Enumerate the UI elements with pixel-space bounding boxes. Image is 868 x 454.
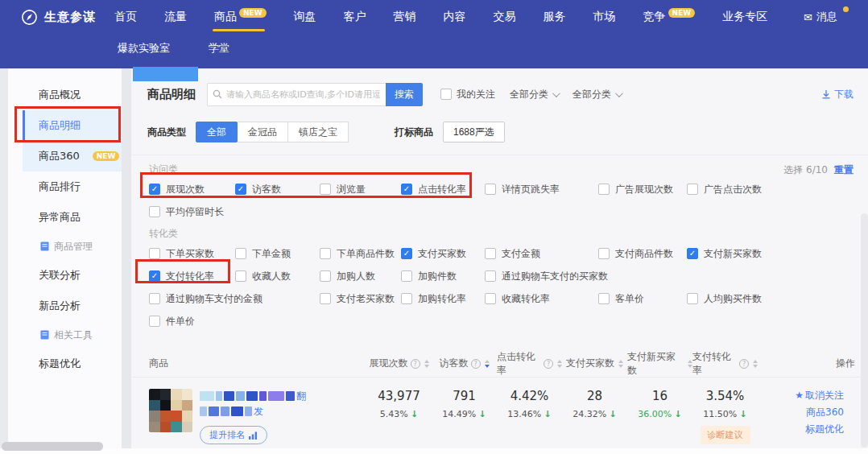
action-link-1[interactable]: 商品360 — [806, 406, 844, 419]
nav-item-7[interactable]: 交易 — [494, 0, 516, 34]
help-icon[interactable]: ? — [739, 359, 749, 369]
app-logo[interactable]: 生意参谋 — [0, 9, 114, 26]
download-button[interactable]: 下载 — [821, 88, 854, 101]
category-select-2[interactable]: 全部分类 — [572, 88, 621, 101]
checkbox-icon[interactable] — [320, 248, 331, 259]
checkbox-icon[interactable] — [485, 248, 496, 259]
nav-item-3[interactable]: 询盘 — [294, 0, 316, 34]
sort-carets[interactable] — [424, 360, 429, 368]
checkbox-icon[interactable] — [598, 293, 610, 304]
sidebar-item-0[interactable]: 商品概况 — [23, 80, 122, 110]
checkbox-icon[interactable] — [485, 293, 496, 304]
subnav-item-0[interactable]: 爆款实验室 — [118, 41, 170, 60]
sidebar-item-3[interactable]: 商品排行 — [23, 171, 122, 202]
metric-checkbox-1-8[interactable]: 收藏人数 — [235, 268, 320, 284]
checkbox-icon[interactable] — [149, 293, 160, 304]
help-icon[interactable]: ? — [471, 359, 481, 369]
product-type-option-1[interactable]: 金冠品 — [237, 122, 288, 142]
metric-checkbox-1-1[interactable]: 下单金额 — [235, 246, 320, 262]
checkbox-icon[interactable]: ✓ — [149, 184, 160, 195]
sidebar-item-8[interactable]: 相关工具 — [23, 321, 122, 349]
nav-item-11[interactable]: 业务专区 — [722, 0, 767, 34]
metric-checkbox-0-5[interactable]: 广告展现次数 — [598, 181, 687, 197]
subnav-item-1[interactable]: 学堂 — [209, 41, 229, 60]
metric-checkbox-1-11[interactable]: 通过购物车支付的买家数 — [485, 268, 687, 284]
nav-item-10[interactable]: 竞争NEW — [643, 0, 696, 34]
checkbox-icon[interactable] — [401, 293, 412, 304]
checkbox-icon[interactable] — [149, 248, 160, 259]
checkbox-icon[interactable] — [320, 270, 331, 282]
messages-button[interactable]: ✉ 消息 — [804, 0, 837, 34]
action-link-2[interactable]: 标题优化 — [805, 423, 844, 436]
help-icon[interactable]: ? — [544, 359, 553, 369]
sidebar-item-7[interactable]: 新品分析 — [23, 291, 122, 321]
product-title-censored[interactable]: 翻 — [200, 390, 306, 401]
checkbox-icon[interactable] — [687, 184, 698, 195]
nav-item-9[interactable]: 市场 — [593, 0, 616, 34]
checkbox-icon[interactable] — [235, 270, 246, 282]
nav-item-5[interactable]: 营销 — [394, 0, 416, 34]
metric-checkbox-1-5[interactable]: 支付商品件数 — [598, 246, 687, 262]
product-type-option-0[interactable]: 全部 — [196, 122, 238, 142]
help-icon[interactable]: ? — [411, 359, 420, 369]
metric-checkbox-1-3[interactable]: ✓支付买家数 — [401, 246, 485, 262]
product-title-censored[interactable]: 发 — [200, 406, 306, 416]
category-select-1[interactable]: 全部分类 — [510, 88, 558, 101]
checkbox-icon[interactable] — [235, 248, 246, 259]
metric-checkbox-0-3[interactable]: ✓点击转化率 — [401, 181, 485, 197]
action-link-0[interactable]: ★取消关注 — [795, 389, 844, 402]
sidebar-item-6[interactable]: 关联分析 — [23, 260, 122, 291]
metric-checkbox-0-6[interactable]: 广告点击次数 — [687, 181, 852, 197]
metric-checkbox-1-9[interactable]: 加购人数 — [320, 268, 401, 284]
tagged-product-option-0[interactable]: 1688严选 — [443, 122, 505, 142]
reset-link[interactable]: 重置 — [834, 164, 854, 175]
nav-item-4[interactable]: 客户 — [344, 0, 366, 34]
nav-item-1[interactable]: 流量 — [164, 0, 187, 34]
search-box[interactable] — [207, 83, 386, 106]
metric-checkbox-1-18[interactable]: 件单价 — [149, 313, 235, 329]
nav-item-8[interactable]: 服务 — [544, 0, 566, 34]
nav-item-2[interactable]: 商品NEW — [214, 0, 267, 34]
metric-checkbox-1-4[interactable]: 支付金额 — [485, 246, 598, 262]
vertical-scrollbar[interactable] — [861, 213, 868, 448]
checkbox-icon[interactable] — [598, 184, 610, 195]
sidebar-item-2[interactable]: 商品360NEW — [23, 141, 122, 171]
metric-checkbox-0-0[interactable]: ✓展现次数 — [149, 181, 235, 197]
sidebar-item-9[interactable]: 标题优化 — [23, 349, 122, 379]
horizontal-scrollbar[interactable] — [2, 442, 103, 451]
checkbox-icon[interactable] — [485, 270, 496, 282]
checkbox-icon[interactable]: ✓ — [401, 248, 412, 259]
checkbox-icon[interactable]: ✓ — [149, 270, 160, 282]
sidebar-item-1[interactable]: 商品明细 — [23, 110, 122, 141]
nav-item-6[interactable]: 内容 — [444, 0, 466, 34]
checkbox-icon[interactable] — [687, 293, 698, 304]
metric-checkbox-1-2[interactable]: 下单商品件数 — [320, 246, 401, 262]
metric-checkbox-1-6[interactable]: ✓支付新买家数 — [687, 246, 852, 262]
search-input[interactable] — [226, 89, 381, 100]
my-follow-checkbox[interactable]: 我的关注 — [440, 88, 495, 101]
checkbox-icon[interactable] — [401, 270, 412, 282]
promote-rank-button[interactable]: 提升排名 — [200, 426, 267, 444]
search-button[interactable]: 搜索 — [386, 83, 423, 106]
metric-checkbox-1-14[interactable]: 加购转化率 — [401, 291, 485, 307]
metric-checkbox-1-12[interactable]: 通过购物车支付的金额 — [149, 291, 320, 307]
metric-checkbox-1-15[interactable]: 收藏转化率 — [485, 291, 598, 307]
checkbox-icon[interactable] — [320, 184, 331, 195]
metric-checkbox-1-10[interactable]: 加购件数 — [401, 268, 485, 284]
metric-checkbox-0-2[interactable]: 浏览量 — [320, 181, 401, 197]
product-type-option-2[interactable]: 镇店之宝 — [287, 122, 349, 142]
checkbox-icon[interactable] — [149, 316, 160, 327]
checkbox-icon[interactable] — [440, 89, 452, 100]
metric-checkbox-0-1[interactable]: ✓访客数 — [235, 181, 320, 197]
checkbox-icon[interactable] — [149, 206, 160, 217]
sort-carets[interactable] — [485, 360, 490, 368]
metric-checkbox-1-13[interactable]: 支付老买家数 — [320, 291, 401, 307]
nav-item-0[interactable]: 首页 — [114, 0, 137, 34]
metric-checkbox-0-7[interactable]: 平均停留时长 — [149, 204, 320, 220]
metric-checkbox-1-16[interactable]: 客单价 — [598, 291, 687, 307]
metric-checkbox-1-7[interactable]: ✓支付转化率 — [149, 268, 235, 284]
sidebar-item-5[interactable]: 商品管理 — [23, 233, 122, 260]
sort-carets[interactable] — [618, 360, 623, 368]
sidebar-item-4[interactable]: 异常商品 — [23, 202, 122, 233]
metric-checkbox-1-0[interactable]: 下单买家数 — [149, 246, 235, 262]
